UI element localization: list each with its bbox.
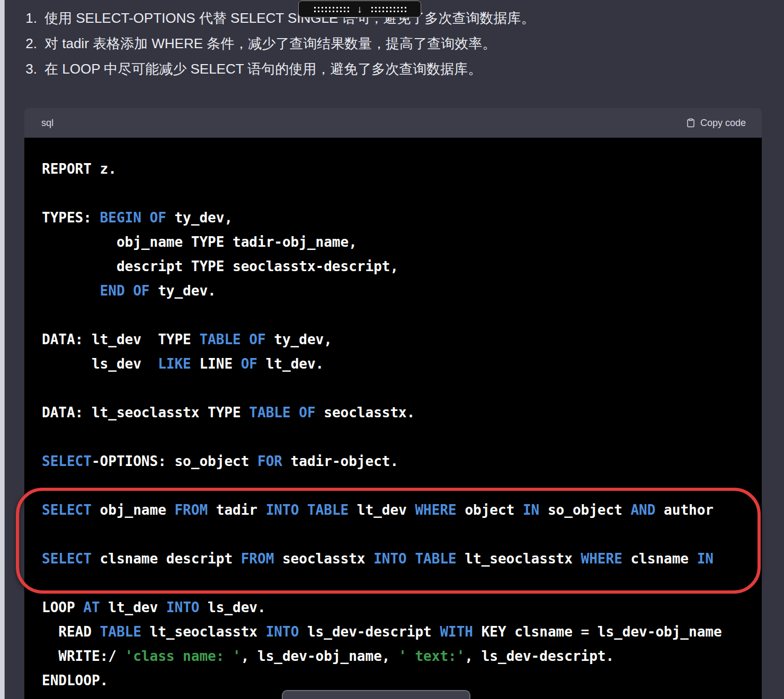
list-text: 对 tadir 表格添加 WHERE 条件，减少了查询结果数量，提高了查询效率。 — [44, 31, 496, 56]
code-line — [42, 425, 756, 449]
list-item: 2. 对 tadir 表格添加 WHERE 条件，减少了查询结果数量，提高了查询… — [20, 31, 767, 56]
code-language-label: sql — [41, 118, 54, 129]
code-line: obj_name TYPE tadir-obj_name, — [42, 230, 756, 254]
list-number: 1. — [20, 5, 37, 31]
code-block: sql Copy code REPORT z. TYPES: BEGIN OF … — [24, 108, 762, 699]
code-line: ls_dev LIKE LINE OF lt_dev. — [42, 352, 756, 376]
code-line: SELECT clsname descript FROM seoclasstx … — [42, 546, 756, 571]
list-number: 3. — [20, 56, 37, 82]
code-line: READ TABLE lt_seoclasstx INTO ls_dev-des… — [42, 620, 756, 644]
scroll-indicator: ↓ — [298, 1, 421, 17]
code-line — [42, 522, 756, 546]
list-text: 在 LOOP 中尽可能减少 SELECT 语句的使用，避免了多次查询数据库。 — [44, 56, 482, 82]
code-line: DATA: lt_seoclasstx TYPE TABLE OF seocla… — [42, 400, 756, 425]
code-line — [42, 376, 756, 400]
code-line: SELECT-OPTIONS: so_object FOR tadir-obje… — [42, 449, 756, 473]
code-line — [42, 473, 756, 498]
code-line: SELECT obj_name FROM tadir INTO TABLE lt… — [42, 498, 756, 522]
arrow-down-icon: ↓ — [357, 4, 362, 14]
code-line — [42, 303, 756, 327]
code-line — [42, 181, 756, 205]
code-header: sql Copy code — [24, 108, 762, 138]
code-line: END OF ty_dev. — [42, 279, 756, 303]
list-item: 3. 在 LOOP 中尽可能减少 SELECT 语句的使用，避免了多次查询数据库… — [20, 56, 767, 82]
clipboard-icon — [686, 118, 696, 128]
copy-code-button[interactable]: Copy code — [686, 118, 746, 129]
code-line: TYPES: BEGIN OF ty_dev, — [42, 205, 756, 230]
dots-right-icon — [370, 5, 407, 13]
code-line: DATA: lt_dev TYPE TABLE OF ty_dev, — [42, 327, 756, 352]
window-edge — [0, 0, 5, 699]
copy-code-label: Copy code — [700, 118, 746, 129]
list-text: 使用 SELECT-OPTIONS 代替 SELECT SINGLE 语句，避免… — [44, 5, 535, 31]
code-content: REPORT z. TYPES: BEGIN OF ty_dev, obj_na… — [24, 138, 762, 699]
partial-overlay — [282, 690, 470, 699]
screen: ↓ 1. 使用 SELECT-OPTIONS 代替 SELECT SINGLE … — [0, 0, 784, 699]
dots-left-icon — [313, 5, 350, 13]
list-number: 2. — [20, 31, 37, 56]
code-line: REPORT z. — [42, 157, 756, 181]
code-line — [42, 571, 756, 595]
code-line: ENDLOOP. — [42, 668, 756, 693]
code-line: WRITE:/ 'class name: ', ls_dev-obj_name,… — [42, 644, 756, 668]
code-line: descript TYPE seoclasstx-descript, — [42, 254, 756, 279]
code-line: LOOP AT lt_dev INTO ls_dev. — [42, 595, 756, 620]
